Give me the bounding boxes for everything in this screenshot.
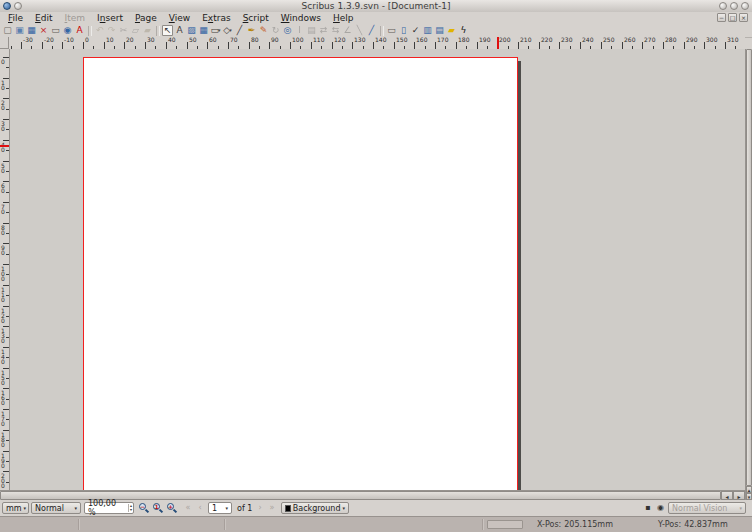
- pdf-link-annotation-icon[interactable]: ϟ: [458, 25, 469, 36]
- toolbar-separator: [88, 26, 92, 36]
- scroll-left-icon[interactable]: ◂: [721, 491, 733, 500]
- zoom-default-button[interactable]: 1: [151, 502, 164, 514]
- x-position-label: X-Pos:: [537, 520, 561, 529]
- menu-edit[interactable]: Edit: [29, 12, 58, 24]
- menu-windows[interactable]: Windows: [275, 12, 327, 24]
- paste-icon: ▰: [142, 25, 153, 36]
- statusbar-separator: [482, 519, 484, 530]
- chevron-down-icon: ▾: [74, 505, 77, 511]
- select-item-icon[interactable]: ↖: [162, 25, 173, 36]
- menu-file[interactable]: File: [2, 12, 29, 24]
- prev-page-button[interactable]: ‹: [194, 502, 206, 514]
- unlink-text-frames-icon: ⇆: [330, 25, 341, 36]
- vision-select[interactable]: Normal Vision ▾: [668, 502, 746, 514]
- page-number-select[interactable]: 1 ▾: [208, 502, 232, 514]
- insert-polygon-icon[interactable]: ◇▾: [222, 25, 233, 36]
- unit-select[interactable]: mm ▾: [2, 502, 29, 514]
- copy-item-properties-icon: ╲: [354, 25, 365, 36]
- statusbar-separator: [224, 519, 226, 530]
- next-page-button[interactable]: ›: [254, 502, 266, 514]
- layer-color-swatch: [285, 505, 291, 512]
- progress-bar: [487, 520, 523, 529]
- mdi-restore-button[interactable]: □: [728, 13, 737, 22]
- menu-extras[interactable]: Extras: [196, 12, 236, 24]
- window-menu-icon[interactable]: [3, 2, 11, 10]
- y-position-value: 42.837mm: [684, 520, 728, 529]
- insert-shape-icon[interactable]: ▭▾: [210, 25, 221, 36]
- quality-select[interactable]: Normal ▾: [31, 502, 81, 514]
- window-title: Scribus 1.3.9.svn - [Document-1]: [0, 0, 752, 12]
- insert-table-icon[interactable]: ▦: [198, 25, 209, 36]
- window-sticky-button[interactable]: [14, 2, 22, 10]
- vertical-scrollbar[interactable]: ▴ ▾: [745, 49, 752, 500]
- pdf-push-button-icon[interactable]: ▭: [386, 25, 397, 36]
- link-text-frames-icon: ⇄: [318, 25, 329, 36]
- undo-icon: ↶: [94, 25, 105, 36]
- layer-select[interactable]: Background ▾: [281, 502, 349, 514]
- window-close-button[interactable]: [741, 2, 749, 10]
- quality-select-value: Normal: [35, 504, 64, 513]
- main-toolbar: ▢▣▦×▭◉A↶↷✂▱▰↖A▨▦▭▾◇▾╱✒✎↻◎I▤⇄⇆∠╲╱▭▯✓▥▤▰ϟ: [0, 24, 752, 38]
- menu-script[interactable]: Script: [237, 12, 275, 24]
- color-management-icon[interactable]: ▪: [645, 504, 650, 512]
- mdi-minimize-button[interactable]: −: [717, 13, 726, 22]
- last-page-button[interactable]: »: [266, 502, 278, 514]
- open-document-icon[interactable]: ▣: [14, 25, 25, 36]
- document-page[interactable]: [83, 57, 518, 490]
- measurements-icon: ∠: [342, 25, 353, 36]
- preflight-verifier-icon[interactable]: ◉: [62, 25, 73, 36]
- vision-select-value: Normal Vision: [672, 504, 727, 513]
- x-position-value: 205.115mm: [564, 520, 613, 529]
- vertical-scrollbar-thumb[interactable]: [746, 49, 752, 486]
- ruler-y-position-marker: [0, 145, 9, 147]
- ruler-origin-box[interactable]: [0, 37, 9, 49]
- insert-line-icon[interactable]: ╱: [234, 25, 245, 36]
- insert-bezier-icon[interactable]: ✒: [246, 25, 257, 36]
- statusbar-separator: [78, 519, 80, 530]
- zoom-spinbox[interactable]: 100,00 % ▴▾: [84, 502, 134, 514]
- layer-select-value: Background: [293, 504, 341, 513]
- chevron-down-icon: ▾: [739, 505, 742, 511]
- toolbar-separator: [156, 26, 160, 36]
- ruler-x-position-marker: [497, 37, 499, 49]
- menu-insert[interactable]: Insert: [91, 12, 129, 24]
- pdf-list-box-icon[interactable]: ▤: [434, 25, 445, 36]
- insert-text-frame-icon[interactable]: A: [174, 25, 185, 36]
- zoom-in-button[interactable]: +: [165, 502, 178, 514]
- window-maximize-button[interactable]: [730, 2, 738, 10]
- vertical-ruler[interactable]: 01 02 03 04 05 06 07 08 09 01 0 01 1 01 …: [0, 49, 10, 490]
- menu-help[interactable]: Help: [327, 12, 360, 24]
- pdf-text-field-icon[interactable]: ▯: [398, 25, 409, 36]
- pdf-checkbox-icon[interactable]: ✓: [410, 25, 421, 36]
- chevron-down-icon: ▾: [24, 505, 27, 511]
- spinner-arrows-icon[interactable]: ▴▾: [128, 504, 133, 512]
- insert-image-frame-icon[interactable]: ▨: [186, 25, 197, 36]
- scroll-down-icon[interactable]: ▾: [746, 493, 752, 500]
- page-number-value: 1: [212, 504, 217, 513]
- window-minimize-button[interactable]: [719, 2, 727, 10]
- page-shadow: [518, 61, 521, 490]
- close-document-icon[interactable]: ×: [38, 25, 49, 36]
- scroll-up-icon[interactable]: ▴: [746, 486, 752, 493]
- first-page-button[interactable]: «: [182, 502, 194, 514]
- print-document-icon[interactable]: ▭: [50, 25, 61, 36]
- chevron-down-icon: ▾: [225, 505, 228, 511]
- scroll-right-icon[interactable]: ▸: [733, 491, 745, 500]
- export-pdf-icon[interactable]: A: [74, 25, 85, 36]
- new-document-icon[interactable]: ▢: [2, 25, 13, 36]
- zoom-tool-icon[interactable]: ◎: [282, 25, 293, 36]
- menu-view[interactable]: View: [163, 12, 196, 24]
- eye-dropper-icon[interactable]: ╱: [366, 25, 377, 36]
- zoom-out-button[interactable]: −: [137, 502, 150, 514]
- mdi-close-button[interactable]: ×: [739, 13, 748, 22]
- insert-freehand-icon[interactable]: ✎: [258, 25, 269, 36]
- unit-select-value: mm: [6, 504, 22, 513]
- preview-mode-icon[interactable]: ◉: [657, 504, 664, 512]
- save-document-icon[interactable]: ▦: [26, 25, 37, 36]
- pdf-text-annotation-icon[interactable]: ▰: [446, 25, 457, 36]
- status-bar: mm ▾ Normal ▾ 100,00 % ▴▾ − 1 + « ‹: [0, 500, 752, 516]
- canvas[interactable]: 01 02 03 04 05 06 07 08 09 01 0 01 1 01 …: [0, 49, 745, 490]
- menu-page[interactable]: Page: [129, 12, 163, 24]
- pdf-combo-box-icon[interactable]: ▥: [422, 25, 433, 36]
- scribus-window: Scribus 1.3.9.svn - [Document-1] FileEdi…: [0, 0, 752, 532]
